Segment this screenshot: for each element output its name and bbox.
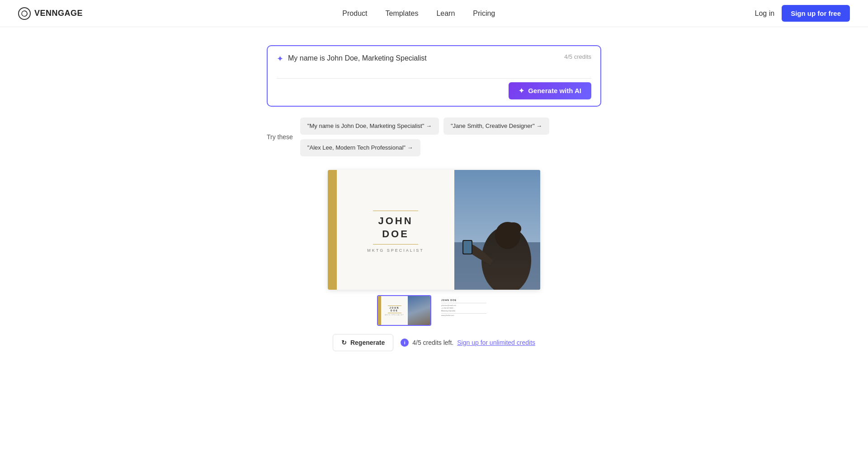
navbar: VENNGAGE Product Templates Learn Pricing… bbox=[0, 0, 868, 27]
generate-button[interactable]: ✦ Generate with AI bbox=[509, 82, 591, 99]
card-name-line1: JOHN bbox=[378, 215, 413, 226]
thumb2-name: JOHN DOE bbox=[441, 299, 486, 301]
try-chips: "My name is John Doe, Marketing Speciali… bbox=[300, 118, 601, 156]
nav-learn[interactable]: Learn bbox=[436, 9, 455, 18]
suggestion-chip-2[interactable]: "Jane Smith, Creative Designer" → bbox=[443, 118, 549, 135]
nav-pricing[interactable]: Pricing bbox=[473, 9, 495, 18]
thumb-photo bbox=[408, 296, 430, 325]
main-content: ✦ 4/5 credits ✦ Generate with AI Try the… bbox=[0, 27, 868, 369]
generate-sparkle-icon: ✦ bbox=[519, 87, 524, 95]
credits-remaining: 4/5 credits left. bbox=[412, 339, 453, 346]
credits-label: 4/5 credits bbox=[564, 53, 591, 60]
ai-input-content: ✦ bbox=[277, 53, 564, 74]
card-line-top bbox=[373, 211, 418, 211]
nav-templates[interactable]: Templates bbox=[385, 9, 418, 18]
regen-label: Regenerate bbox=[350, 339, 385, 346]
regenerate-button[interactable]: ↻ Regenerate bbox=[333, 334, 393, 351]
signup-button[interactable]: Sign up for free bbox=[782, 5, 850, 22]
card-preview-main: JOHN DOE MKTG SPECIALIST bbox=[328, 170, 540, 290]
thumbnail-1[interactable]: JOHNDOE MKTG SPECIALIST bbox=[377, 295, 431, 326]
ai-input-container: ✦ 4/5 credits ✦ Generate with AI bbox=[267, 45, 601, 107]
ai-input-header: ✦ 4/5 credits bbox=[277, 53, 591, 74]
preview-area: JOHN DOE MKTG SPECIALIST bbox=[328, 170, 540, 351]
thumb2-line2 bbox=[441, 313, 486, 314]
thumb-content: JOHNDOE MKTG SPECIALIST bbox=[381, 296, 408, 325]
card-subtitle: MKTG SPECIALIST bbox=[367, 248, 424, 253]
card-center: JOHN DOE MKTG SPECIALIST bbox=[337, 170, 454, 290]
card-line-bottom bbox=[373, 244, 418, 245]
suggestion-chip-1[interactable]: "My name is John Doe, Marketing Speciali… bbox=[300, 118, 439, 135]
thumb-1-inner: JOHNDOE MKTG SPECIALIST bbox=[378, 296, 430, 325]
try-these-label: Try these bbox=[267, 133, 293, 141]
separator bbox=[277, 78, 591, 79]
card-name: JOHN DOE bbox=[378, 215, 413, 240]
card-stripe bbox=[328, 170, 337, 290]
regen-bar: ↻ Regenerate i 4/5 credits left. Sign up… bbox=[333, 334, 535, 351]
thumbnail-2[interactable]: JOHN DOE john.doe@email.com +1 234 567 8… bbox=[437, 295, 491, 326]
thumb2-line bbox=[441, 303, 486, 303]
credits-info: i 4/5 credits left. Sign up for unlimite… bbox=[401, 339, 535, 347]
thumb2-detail-1: john.doe@email.com bbox=[441, 305, 486, 306]
nav-actions: Log in Sign up for free bbox=[755, 5, 850, 22]
card-name-line2: DOE bbox=[382, 228, 409, 240]
thumb-line-bot bbox=[388, 313, 401, 313]
nav-product[interactable]: Product bbox=[342, 9, 367, 18]
logo-icon bbox=[18, 7, 31, 20]
person-silhouette bbox=[454, 170, 540, 290]
try-these-section: Try these "My name is John Doe, Marketin… bbox=[267, 118, 601, 156]
regen-icon: ↻ bbox=[341, 339, 347, 346]
ai-input-footer: ✦ Generate with AI bbox=[277, 82, 591, 99]
thumb-2-inner: JOHN DOE john.doe@email.com +1 234 567 8… bbox=[438, 296, 490, 325]
svg-point-5 bbox=[505, 222, 521, 235]
generate-label: Generate with AI bbox=[528, 87, 581, 94]
thumb-sub: MKTG SPECIALIST bbox=[385, 314, 404, 316]
thumb-line-top bbox=[388, 306, 401, 306]
card-photo bbox=[454, 170, 540, 290]
ai-text-input[interactable] bbox=[288, 53, 564, 74]
login-button[interactable]: Log in bbox=[755, 9, 775, 18]
nav-links: Product Templates Learn Pricing bbox=[342, 9, 495, 18]
thumb2-detail-2: +1 234 567 8900 bbox=[441, 307, 486, 309]
thumb-name: JOHNDOE bbox=[390, 306, 400, 312]
thumb2-detail-4: www.johndoe.com bbox=[441, 315, 486, 316]
svg-rect-7 bbox=[463, 241, 472, 254]
logo[interactable]: VENNGAGE bbox=[18, 7, 83, 20]
signup-unlimited-link[interactable]: Sign up for unlimited credits bbox=[457, 339, 535, 346]
thumb-stripe bbox=[378, 296, 381, 325]
logo-text: VENNGAGE bbox=[34, 9, 83, 18]
thumbnails: JOHNDOE MKTG SPECIALIST JOHN DOE john.do… bbox=[377, 295, 491, 326]
sparkle-icon: ✦ bbox=[277, 54, 283, 64]
info-badge: i bbox=[401, 339, 409, 347]
thumb2-detail-3: Marketing Specialist bbox=[441, 310, 486, 312]
suggestion-chip-3[interactable]: "Alex Lee, Modern Tech Professional" → bbox=[300, 139, 420, 156]
